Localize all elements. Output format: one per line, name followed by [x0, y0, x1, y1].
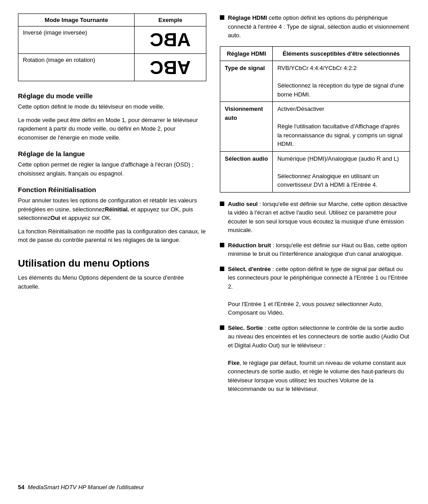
section-menu-options-title: Utilisation du menu Options [18, 257, 206, 270]
section-reinitialisation: Fonction Réinitialisation Pour annuler t… [18, 186, 206, 245]
hdmi-visionnement-label: Visionnement auto [220, 102, 273, 152]
bullet-entree-bold: Sélect. d'entrée [228, 266, 271, 272]
section-mode-veille-para2: Le mode veille peut être défini en Mode … [18, 116, 206, 142]
bullet-square-icon [220, 15, 224, 20]
hdmi-row-selection-audio: Sélection audio Numérique (HDMI)/Analogi… [220, 151, 410, 192]
row-rotation-example: ABC [135, 54, 206, 81]
bullet-reduction-bruit: Réduction bruit : lorsqu'elle est défini… [220, 241, 410, 259]
row-rotation-label: Rotation (image en rotation) [18, 54, 135, 81]
bullet-square-audio-icon [220, 202, 224, 206]
bullet-selec-sortie: Sélec. Sortie : cette option sélectionne… [220, 324, 410, 394]
section-reinit-para1: Pour annuler toutes les options de confi… [18, 196, 206, 223]
section-langue-title: Réglage de la langue [18, 150, 206, 158]
reinit-bold2: Oui [50, 215, 60, 221]
hdmi-type-signal-value: RVB/YCbCr 4:4:4/YCbCr 4:2:2 Sélectionnez… [273, 61, 410, 102]
hdmi-table: Réglage HDMI Éléments susceptibles d'êtr… [220, 46, 410, 193]
bullet-bruit-bold: Réduction bruit [228, 242, 271, 249]
bullet-audio-content: Audio seul : lorsqu'elle est définie sur… [228, 200, 410, 235]
hdmi-col2-header: Éléments susceptibles d'être sélectionné… [273, 46, 410, 61]
row-inverted-example: ABC [135, 26, 206, 54]
inverted-text: ABC [150, 29, 191, 51]
section-menu-options-para1: Les éléments du Menu Options dépendent d… [18, 273, 206, 291]
bullet-sortie-content: Sélec. Sortie : cette option sélectionne… [228, 324, 410, 394]
table-header-mode: Mode Image Tournante [18, 14, 135, 26]
table-row-inverted: Inversé (image inversée) ABC [18, 26, 206, 54]
page-footer: 54 MediaSmart HDTV HP Manuel de l'utilis… [18, 484, 144, 491]
right-column: Réglage HDMI cette option définit les op… [220, 13, 410, 400]
bullet-square-entree-icon [220, 267, 224, 271]
bullet-bruit-content: Réduction bruit : lorsqu'elle est défini… [228, 241, 410, 259]
page-number: 54 [18, 484, 24, 491]
section-mode-veille-para1: Cette option définit le mode du télévise… [18, 102, 206, 111]
section-langue-para1: Cette option permet de régler la langue … [18, 160, 206, 178]
left-column: Mode Image Tournante Exemple Inversé (im… [18, 13, 206, 400]
section-langue: Réglage de la langue Cette option permet… [18, 150, 206, 178]
hdmi-selection-audio-value: Numérique (HDMI)/Analogique (audio R and… [273, 151, 410, 192]
hdmi-selection-audio-label: Sélection audio [220, 151, 273, 192]
bullet-sortie-fixe-bold: Fixe [228, 359, 240, 366]
section-menu-options: Utilisation du menu Options Les éléments… [18, 257, 206, 291]
bullet-entree-content: Sélect. d'entrée : cette option définit … [228, 265, 410, 317]
hdmi-col1-header: Réglage HDMI [220, 46, 273, 61]
bullet-square-sortie-icon [220, 325, 224, 330]
reinit-bold1: Réinitial. [105, 206, 129, 213]
bullet-audio-bold: Audio seul [228, 201, 258, 207]
reinit-para1c: et appuyez sur OK. [60, 215, 112, 221]
hdmi-type-signal-label: Type de signal [220, 61, 273, 102]
page-subtitle: MediaSmart HDTV HP Manuel de l'utilisate… [28, 484, 144, 491]
bullet-reglage-hdmi: Réglage HDMI cette option définit les op… [220, 13, 410, 40]
table-header-example: Exemple [135, 14, 206, 26]
bullet-sortie-bold: Sélec. Sortie [228, 324, 263, 331]
hdmi-visionnement-value: Activer/Désactiver Règle l'utilisation f… [273, 102, 410, 152]
section-mode-veille: Réglage du mode veille Cette option défi… [18, 92, 206, 142]
bullet-hdmi-bold: Réglage HDMI [228, 14, 267, 21]
row-inverted-label: Inversé (image inversée) [18, 26, 135, 54]
section-reinit-para2: La fonction Réinitialisation ne modifie … [18, 227, 206, 245]
section-reinit-title: Fonction Réinitialisation [18, 186, 206, 193]
hdmi-row-type-signal: Type de signal RVB/YCbCr 4:4:4/YCbCr 4:2… [220, 61, 410, 102]
bullet-audio-seul: Audio seul : lorsqu'elle est définie sur… [220, 200, 410, 235]
hdmi-row-visionnement: Visionnement auto Activer/Désactiver Règ… [220, 102, 410, 152]
section-mode-veille-title: Réglage du mode veille [18, 92, 206, 100]
table-row-rotation: Rotation (image en rotation) ABC [18, 54, 206, 81]
bullet-square-bruit-icon [220, 243, 224, 247]
image-mode-table: Mode Image Tournante Exemple Inversé (im… [18, 13, 206, 81]
rotated-text: ABC [150, 57, 191, 78]
bullet-hdmi-content: Réglage HDMI cette option définit les op… [228, 13, 410, 40]
bullet-select-entree: Sélect. d'entrée : cette option définit … [220, 265, 410, 317]
